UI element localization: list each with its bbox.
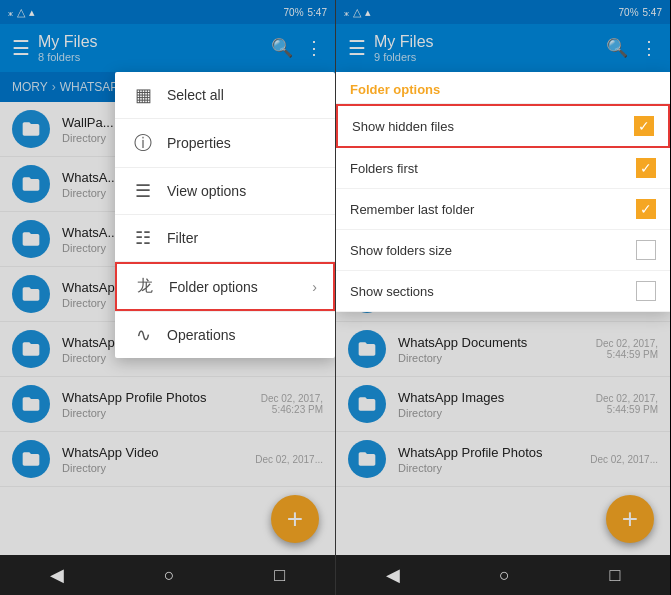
option-show-sections[interactable]: Show sections [336,271,670,312]
option-label-show-hidden: Show hidden files [352,119,634,134]
folder-options-label: Folder options [169,279,300,295]
operations-icon: ∿ [131,324,155,346]
menu-item-select-all[interactable]: ▦ Select all [115,72,335,118]
select-all-icon: ▦ [131,84,155,106]
dropdown-menu: ▦ Select all ⓘ Properties ☰ View options… [115,72,335,358]
option-label-folders-first: Folders first [350,161,636,176]
checkbox-show-size[interactable] [636,240,656,260]
submenu-arrow-icon: › [312,279,317,295]
option-show-hidden-files[interactable]: Show hidden files ✓ [336,104,670,148]
option-label-show-size: Show folders size [350,243,636,258]
view-options-label: View options [167,183,319,199]
properties-label: Properties [167,135,319,151]
operations-label: Operations [167,327,319,343]
checkbox-show-hidden[interactable]: ✓ [634,116,654,136]
menu-item-properties[interactable]: ⓘ Properties [115,119,335,167]
option-label-show-sections: Show sections [350,284,636,299]
view-options-icon: ☰ [131,180,155,202]
properties-icon: ⓘ [131,131,155,155]
right-panel: ⁎ △ ▴ 70% 5:47 ☰ My Files 9 folders 🔍 ⋮ … [335,0,670,595]
option-remember-last-folder[interactable]: Remember last folder ✓ [336,189,670,230]
option-label-remember-last: Remember last folder [350,202,636,217]
folder-options-title: Folder options [336,72,670,104]
checkbox-remember-last[interactable]: ✓ [636,199,656,219]
select-all-label: Select all [167,87,319,103]
checkbox-folders-first[interactable]: ✓ [636,158,656,178]
filter-icon: ☷ [131,227,155,249]
option-show-folders-size[interactable]: Show folders size [336,230,670,271]
left-panel: ⁎ △ ▴ 70% 5:47 ☰ My Files 8 folders 🔍 ⋮ … [0,0,335,595]
menu-item-folder-options[interactable]: ⻰ Folder options › [115,262,335,311]
menu-item-view-options[interactable]: ☰ View options [115,168,335,214]
menu-item-filter[interactable]: ☷ Filter [115,215,335,261]
option-folders-first[interactable]: Folders first ✓ [336,148,670,189]
menu-item-operations[interactable]: ∿ Operations [115,312,335,358]
checkbox-show-sections[interactable] [636,281,656,301]
filter-label: Filter [167,230,319,246]
folder-options-panel: Folder options Show hidden files ✓ Folde… [336,72,670,312]
folder-options-icon: ⻰ [133,276,157,297]
